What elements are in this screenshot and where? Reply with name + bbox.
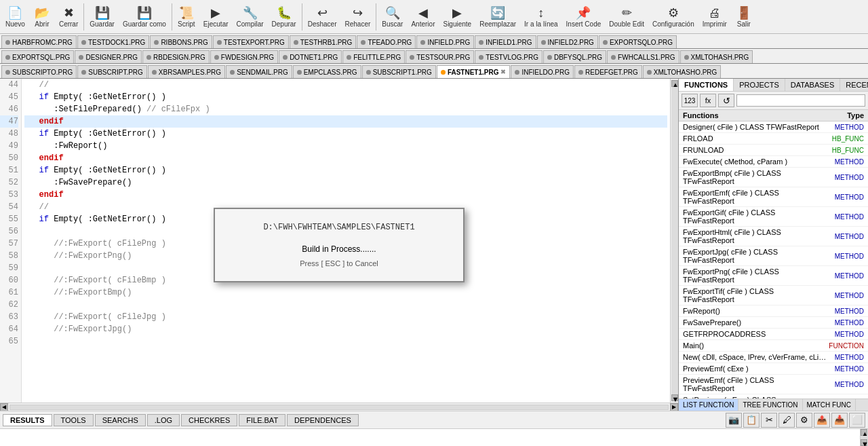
toolbar-btn-double-edit[interactable]: ✏ Double Edit xyxy=(605,3,648,30)
tab-sendmail[interactable]: SENDMAIL.PRG xyxy=(226,65,292,78)
bottom-tab-dependences[interactable]: DEPENDENCES xyxy=(287,414,359,426)
toolbar-btn-depurar[interactable]: 🐛 Depurar xyxy=(268,3,300,30)
tab-rbdesign[interactable]: RBDESIGN.PRG xyxy=(142,50,210,63)
toolbar-btn-imprimir[interactable]: 🖨 Imprimir xyxy=(698,4,731,30)
func-row-previewemf-exe[interactable]: PreviewEmf( cExe ) METHOD xyxy=(679,363,868,375)
bottom-icon-upload[interactable]: 📤 xyxy=(814,413,830,428)
func-row-fwexporttif[interactable]: FwExportTif( cFile ) CLASS TFwFastReport… xyxy=(679,286,868,305)
bottom-toolbar: RESULTS TOOLS SEARCHS .LOG CHECKRES FILE… xyxy=(0,411,868,428)
bottom-icon-download[interactable]: 📥 xyxy=(831,413,848,428)
right-bottom-tab-tree[interactable]: TREE FUNCTION xyxy=(738,399,802,411)
toolbar-btn-insert-code[interactable]: 📌 Insert Code xyxy=(562,3,606,30)
bottom-tab-tools[interactable]: TOOLS xyxy=(54,414,94,426)
func-row-fwsaveprepare[interactable]: FwSavePrepare() METHOD xyxy=(679,317,868,329)
toolbar-btn-deshacer[interactable]: ↩ Deshacer xyxy=(304,3,341,30)
bottom-tab-filebat[interactable]: FILE.BAT xyxy=(239,414,285,426)
bottom-icon-camera[interactable]: 📷 xyxy=(726,413,742,428)
right-tab-projects[interactable]: PROJECTS xyxy=(734,79,785,91)
func-row-fwexportpng[interactable]: FwExportPng( cFile ) CLASS TFwFastReport… xyxy=(679,266,868,286)
func-row-frload[interactable]: FRLOAD HB_FUNC xyxy=(679,133,868,145)
tab-dbfysql[interactable]: DBFYSQL.PRG xyxy=(543,50,606,63)
tab-exportsql[interactable]: EXPORTSQL.PRG xyxy=(1,50,74,63)
toolbar-btn-configuracion[interactable]: ⚙ Configuración xyxy=(648,3,698,30)
right-bottom-tab-match[interactable]: MATCH FUNC xyxy=(803,399,856,411)
tab-ribbons[interactable]: RIBBONS.PRG xyxy=(150,35,212,48)
tab-infield[interactable]: INFIELD.PRG xyxy=(416,35,474,48)
tab-dotnet1[interactable]: DOTNET1.PRG xyxy=(279,50,342,63)
tab-xmltohash[interactable]: XMLTOHASH.PRG xyxy=(680,50,753,63)
bottom-tab-searchs[interactable]: SEARCHS xyxy=(95,414,146,426)
right-tab-databases[interactable]: DATABASES xyxy=(785,79,840,91)
bottom-icon-pen[interactable]: 🖊 xyxy=(778,413,795,428)
func-row-previewemf-file[interactable]: PreviewEmf( cFile ) CLASS TFwFastReport … xyxy=(679,375,868,394)
tab-fwhcalls1[interactable]: FWHCALLS1.PRG xyxy=(607,50,679,63)
tab-infieldo[interactable]: INFIELDO.PRG xyxy=(511,65,574,78)
bottom-tab-results[interactable]: RESULTS xyxy=(3,414,52,426)
func-row-fwexportbmp[interactable]: FwExportBmp( cFile ) CLASS TFwFastReport… xyxy=(679,168,868,187)
tab-testsour[interactable]: TESTSOUR.PRG xyxy=(406,50,474,63)
dialog-status: Build in Process....... xyxy=(242,244,436,254)
toolbar-btn-reemplazar[interactable]: 🔄 Reemplazar xyxy=(475,3,520,30)
tab-testhrb1[interactable]: TESTHRB1.PRG xyxy=(290,35,357,48)
func-row-fwexportjpg[interactable]: FwExportJpg( cFile ) CLASS TFwFastReport… xyxy=(679,246,868,266)
right-bottom-tab-list[interactable]: LIST FUNCTION xyxy=(679,399,738,411)
tab-harbfromc[interactable]: HARBFROMC.PRG xyxy=(1,35,77,48)
toolbar-btn-anterior[interactable]: ◀ Anterior xyxy=(407,3,439,30)
tab-tfeado[interactable]: TFEADO.PRG xyxy=(357,35,416,48)
toolbar-btn-siguiente[interactable]: ▶ Siguiente xyxy=(439,3,475,30)
func-row-fwexporthtml[interactable]: FwExportHtml( cFile ) CLASS TFwFastRepor… xyxy=(679,227,868,246)
tab-designer[interactable]: DESIGNER.PRG xyxy=(75,50,142,63)
right-tab-functions[interactable]: FUNCTIONS xyxy=(679,79,734,91)
tab-xbrsamples[interactable]: XBRSAMPLES.PRG xyxy=(148,65,225,78)
tab-subscript[interactable]: SUBSCRIPT.PRG xyxy=(77,65,147,78)
toolbar-btn-cerrar[interactable]: ✖ Cerrar xyxy=(55,3,82,30)
right-btn-123[interactable]: 123 xyxy=(682,94,698,107)
bottom-icon-cut[interactable]: ✂ xyxy=(761,413,777,428)
right-tab-recents[interactable]: RECENTS xyxy=(840,79,868,91)
toolbar-btn-nuevo[interactable]: 📄 Nuevo xyxy=(1,3,29,30)
func-row-fwexportgif[interactable]: FwExportGif( cFile ) CLASS TFwFastReport… xyxy=(679,207,868,227)
tab-xmltohasho[interactable]: XMLTOHASHO.PRG xyxy=(643,65,722,78)
func-row-getfrprocaddress[interactable]: GETFRPROCADDRESS METHOD xyxy=(679,329,868,340)
toolbar-btn-salir[interactable]: 🚪 Salir xyxy=(731,3,757,30)
right-btn-refresh[interactable]: ↺ xyxy=(718,94,734,107)
bottom-icon-box[interactable]: ⬜ xyxy=(849,413,865,428)
bottom-icon-copy[interactable]: 📋 xyxy=(743,413,760,428)
tab-redefget[interactable]: REDEFGET.PRG xyxy=(574,65,642,78)
bottom-tab-checkres[interactable]: CHECKRES xyxy=(181,414,237,426)
func-row-fwreport[interactable]: FwReport() METHOD xyxy=(679,305,868,317)
tab-testvlog[interactable]: TESTVLOG.PRG xyxy=(475,50,542,63)
right-btn-fx[interactable]: fx xyxy=(700,94,716,107)
toolbar-btn-script[interactable]: 📜 Script xyxy=(174,3,199,30)
tab-fastnet1[interactable]: FASTNET1.PRG ✖ xyxy=(437,65,511,78)
bottom-icon-settings[interactable]: ⚙ xyxy=(796,413,812,428)
right-search-input[interactable] xyxy=(736,94,865,107)
tab-exportsqlo[interactable]: EXPORTSQLO.PRG xyxy=(599,35,677,48)
results-vscroll[interactable]: ▲ ▼ xyxy=(860,429,868,446)
tab-felittle[interactable]: FELITTLE.PRG xyxy=(342,50,405,63)
tab-fwdesign[interactable]: FWDESIGN.PRG xyxy=(210,50,278,63)
tab-empclass[interactable]: EMPCLASS.PRG xyxy=(293,65,361,78)
tab-testdock1[interactable]: TESTDOCK1.PRG xyxy=(77,35,149,48)
tab-testexport[interactable]: TESTEXPORT.PRG xyxy=(213,35,289,48)
toolbar-btn-rehacer[interactable]: ↪ Rehacer xyxy=(341,3,375,30)
toolbar-btn-abrir[interactable]: 📂 Abrir xyxy=(29,3,55,30)
tab-infield2[interactable]: INFIELD2.PRG xyxy=(537,35,598,48)
right-panel-tabs: FUNCTIONS PROJECTS DATABASES RECENTS xyxy=(679,79,868,92)
func-row-designer[interactable]: Designer( cFile ) CLASS TFWFastReport ME… xyxy=(679,122,868,133)
toolbar-btn-buscar[interactable]: 🔍 Buscar xyxy=(378,3,407,30)
tab-subscript1[interactable]: SUBSCRIPT1.PRG xyxy=(362,65,436,78)
func-row-fwexportemf[interactable]: FwExportEmf( cFile ) CLASS TFwFastReport… xyxy=(679,187,868,207)
bottom-tab-log[interactable]: .LOG xyxy=(147,414,180,426)
func-row-main[interactable]: Main() FUNCTION xyxy=(679,340,868,352)
tab-infield1[interactable]: INFIELD1.PRG xyxy=(475,35,536,48)
toolbar-btn-ejecutar[interactable]: ▶ Ejecutar xyxy=(199,3,233,30)
func-row-fwexecute[interactable]: FwExecute( cMethod, cParam ) METHOD xyxy=(679,156,868,168)
func-row-new[interactable]: New( cDll, cSpace, lPrev, cVerFrame, cLi… xyxy=(679,352,868,363)
toolbar-btn-ira-linea[interactable]: ↕ Ir a la línea xyxy=(520,4,561,30)
toolbar-btn-guardar-como[interactable]: 💾 Guardar como xyxy=(119,3,170,30)
func-row-frunload[interactable]: FRUNLOAD HB_FUNC xyxy=(679,145,868,156)
toolbar-btn-compilar[interactable]: 🔧 Compilar xyxy=(233,3,268,30)
tab-subscripto[interactable]: SUBSCRIPTO.PRG xyxy=(1,65,77,78)
toolbar-btn-guardar[interactable]: 💾 Guardar xyxy=(85,3,119,30)
